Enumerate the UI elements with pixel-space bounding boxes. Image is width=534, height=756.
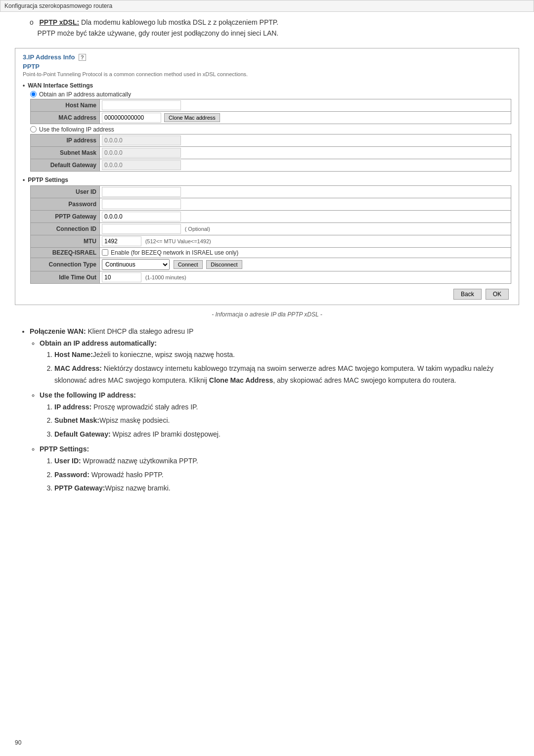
table-row-ip: IP address [31,134,511,146]
connection-type-select[interactable]: Continuous Connect on Demand Manual [102,259,170,270]
ip-input[interactable] [102,135,181,145]
body-hostname-item: Host Name:Jeżeli to konieczne, wpisz swo… [54,349,514,361]
wan-form-table: Host Name MAC address Clone Mac address [30,99,511,124]
hostname-cell [100,99,511,111]
mtu-input[interactable] [102,236,141,246]
intro-text1: Dla modemu kablowego lub mostka DSL z z … [81,18,278,26]
body-text: Połączenie WAN: Klient DHCP dla stałego … [15,326,519,494]
pptp-gateway-cell [100,210,511,222]
body-obtain-auto-item: Obtain an IP address automatically: Host… [40,338,514,387]
gateway-cell [100,159,511,171]
userid-input[interactable] [102,187,181,197]
connection-id-label: Connection ID [31,222,100,235]
body-gateway-item: Default Gateway: Wpisz adres IP bramki d… [54,429,514,441]
ip-address-section: 3.IP Address Info ? PPTP Point-to-Point … [15,48,519,305]
top-bar: Konfiguracja szerokopasmowego routera [0,0,534,12]
intro-paragraph: o PPTP xDSL: Dla modemu kablowego lub mo… [15,17,519,39]
table-row-mtu: MTU (512<= MTU Value<=1492) [31,235,511,247]
mtu-cell: (512<= MTU Value<=1492) [100,235,511,247]
connect-button[interactable]: Connect [174,260,203,269]
connection-id-input[interactable] [102,224,181,234]
intro-text2: PPTP może być także używane, gdy router … [38,29,279,37]
radio-obtain-auto[interactable]: Obtain an IP address automatically [30,91,511,98]
pptp-description: Point-to-Point Tunneling Protocol is a c… [23,71,511,77]
ok-button[interactable]: OK [486,289,509,300]
password-cell [100,198,511,210]
idle-timeout-hint: (1-1000 minutes) [145,274,186,280]
pptp-gateway-input[interactable] [102,212,181,222]
password-label: Password [31,198,100,210]
bezeq-label: BEZEQ-ISRAEL [31,247,100,258]
table-row-connection-id: Connection ID ( Optional) [31,222,511,235]
gateway-input[interactable] [102,160,181,170]
radio-use-following[interactable]: Use the following IP address [30,126,511,133]
body-pptp-settings-item: PPTP Settings: User ID: Wprowadź nazwę u… [40,444,514,494]
body-password-item: Password: Wprowadź hasło PPTP. [54,469,514,481]
mtu-label: MTU [31,235,100,247]
mac-input[interactable] [102,113,161,123]
page-number: 90 [15,739,21,746]
mtu-hint: (512<= MTU Value<=1492) [145,238,211,244]
body-wan-item: Połączenie WAN: Klient DHCP dla stałego … [30,326,514,494]
idle-timeout-label: Idle Time Out [31,271,100,283]
idle-timeout-cell: (1-1000 minutes) [100,271,511,283]
body-subnet-item: Subnet Mask:Wpisz maskę podsieci. [54,415,514,427]
table-row-connection-type: Connection Type Continuous Connect on De… [31,258,511,271]
ip-cell [100,134,511,146]
body-userid-item: User ID: Wprowadź nazwę użytkownika PPTP… [54,455,514,467]
action-buttons: Back OK [23,289,511,300]
radio-obtain-auto-input[interactable] [30,91,37,97]
wan-interface-group: WAN Interface Settings Obtain an IP addr… [23,82,511,172]
wan-group-label: WAN Interface Settings [23,82,511,89]
table-row-subnet: Subnet Mask [31,146,511,159]
connection-id-cell: ( Optional) [100,222,511,235]
table-row-password: Password [31,198,511,210]
table-row-bezeq: BEZEQ-ISRAEL Enable (for BEZEQ network i… [31,247,511,258]
figure-caption: - Informacja o adresie IP dla PPTP xDSL … [15,311,519,318]
mac-cell: Clone Mac address [100,111,511,124]
table-row-hostname: Host Name [31,99,511,111]
subnet-cell [100,146,511,159]
top-bar-label: Konfiguracja szerokopasmowego routera [4,2,112,9]
section-title: 3.IP Address Info ? [23,53,511,61]
table-row-pptp-gateway: PPTP Gateway [31,210,511,222]
connection-type-cell: Continuous Connect on Demand Manual Conn… [100,258,511,271]
userid-label: User ID [31,185,100,198]
hostname-input[interactable] [102,100,181,110]
table-row-gateway: Default Gateway [31,159,511,171]
disconnect-button[interactable]: Disconnect [206,260,242,269]
pptp-gateway-label: PPTP Gateway [31,210,100,222]
help-icon[interactable]: ? [79,54,86,61]
pptp-heading: PPTP [23,63,511,70]
bezeq-cell: Enable (for BEZEQ network in ISRAEL use … [100,247,511,258]
hostname-label: Host Name [31,99,100,111]
table-row-mac: MAC address Clone Mac address [31,111,511,124]
bezeq-check-text: Enable (for BEZEQ network in ISRAEL use … [111,249,238,256]
password-input[interactable] [102,199,181,209]
body-mac-item: MAC Address: Niektórzy dostawcy internet… [54,363,514,387]
pptp-settings-group: PPTP Settings User ID Password PPTP Gate [23,177,511,284]
ip-label: IP address [31,134,100,146]
mac-label: MAC address [31,111,100,124]
gateway-label: Default Gateway [31,159,100,171]
body-ip-item: IP address: Proszę wprowadzić stały adre… [54,401,514,413]
radio-use-following-input[interactable] [30,126,37,133]
body-use-following-item: Use the following IP address: IP address… [40,390,514,441]
intro-bullet: o [30,18,38,26]
subnet-label: Subnet Mask [31,146,100,159]
connection-id-hint: ( Optional) [185,226,210,232]
intro-title: PPTP xDSL: [39,18,79,26]
body-pptp-gateway-item: PPTP Gateway:Wpisz nazwę bramki. [54,483,514,494]
back-button[interactable]: Back [453,289,482,300]
bezeq-checkbox[interactable] [102,249,108,256]
connection-type-label: Connection Type [31,258,100,271]
table-row-userid: User ID [31,185,511,198]
pptp-form-table: User ID Password PPTP Gateway [30,185,511,284]
clone-mac-button[interactable]: Clone Mac address [164,113,220,122]
subnet-input[interactable] [102,148,181,158]
idle-timeout-input[interactable] [102,272,141,282]
pptp-group-label: PPTP Settings [23,177,511,183]
userid-cell [100,185,511,198]
wan-static-form-table: IP address Subnet Mask Default Gateway [30,134,511,172]
table-row-idle-timeout: Idle Time Out (1-1000 minutes) [31,271,511,283]
